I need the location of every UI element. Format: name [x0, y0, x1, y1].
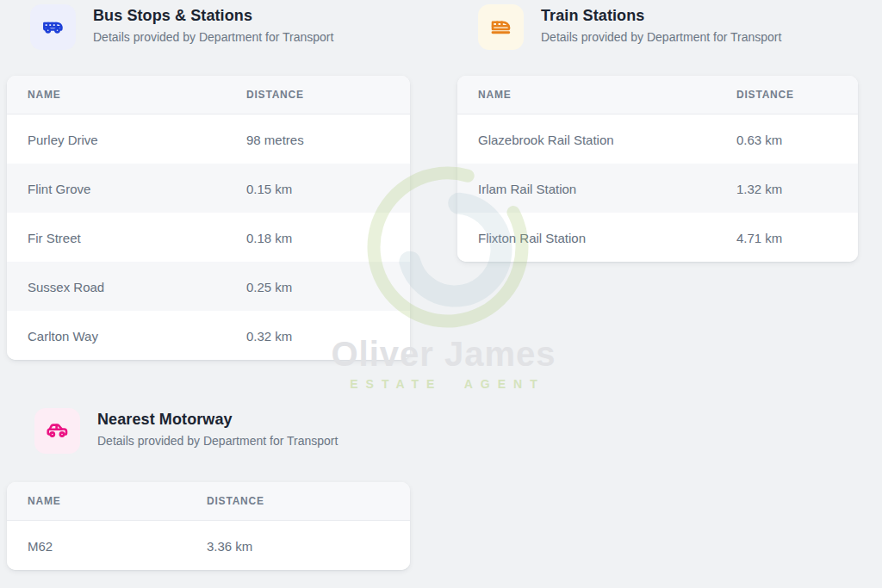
- table-row: Purley Drive 98 metres: [7, 115, 410, 164]
- column-header-distance: DISTANCE: [736, 89, 794, 101]
- bus-section-header: Bus Stops & Stations Details provided by…: [30, 4, 333, 50]
- section-subtitle: Details provided by Department for Trans…: [93, 30, 333, 44]
- motorway-name: M62: [28, 538, 53, 553]
- bus-stops-table: NAME DISTANCE Purley Drive 98 metres Fli…: [7, 76, 410, 360]
- column-header-distance: DISTANCE: [246, 89, 304, 101]
- stop-distance: 0.32 km: [246, 328, 292, 343]
- stop-distance: 0.15 km: [246, 181, 292, 195]
- station-distance: 4.71 km: [736, 230, 782, 244]
- table-row: Sussex Road 0.25 km: [7, 262, 410, 311]
- section-subtitle: Details provided by Department for Trans…: [541, 30, 781, 44]
- table-body: M62 3.36 km: [7, 521, 410, 570]
- station-distance: 0.63 km: [736, 132, 782, 146]
- column-header-name: NAME: [28, 89, 61, 101]
- stop-name: Purley Drive: [28, 132, 98, 146]
- motorway-table: NAME DISTANCE M62 3.36 km: [7, 482, 410, 570]
- motorway-section-header: Nearest Motorway Details provided by Dep…: [34, 408, 338, 454]
- motorway-distance: 3.36 km: [207, 538, 252, 553]
- table-header-row: NAME DISTANCE: [7, 76, 410, 115]
- train-stations-table: NAME DISTANCE Glazebrook Rail Station 0.…: [457, 76, 858, 262]
- table-row: Glazebrook Rail Station 0.63 km: [457, 115, 858, 164]
- section-title: Train Stations: [541, 7, 781, 25]
- table-row: Fir Street 0.18 km: [7, 213, 410, 262]
- stop-name: Flint Grove: [28, 181, 90, 195]
- station-name: Glazebrook Rail Station: [478, 132, 614, 146]
- section-title: Bus Stops & Stations: [93, 7, 333, 25]
- stop-name: Sussex Road: [28, 279, 104, 294]
- stop-name: Carlton Way: [28, 328, 98, 343]
- column-header-name: NAME: [478, 89, 512, 101]
- stop-distance: 0.18 km: [246, 230, 292, 244]
- station-distance: 1.32 km: [736, 181, 782, 195]
- table-body: Glazebrook Rail Station 0.63 km Irlam Ra…: [457, 115, 858, 262]
- transport-details-page: Bus Stops & Stations Details provided by…: [0, 0, 882, 588]
- stop-distance: 0.25 km: [246, 279, 292, 294]
- station-name: Irlam Rail Station: [478, 181, 576, 195]
- table-row: M62 3.36 km: [7, 521, 410, 570]
- table-row: Flixton Rail Station 4.71 km: [457, 213, 858, 262]
- stop-name: Fir Street: [28, 230, 81, 244]
- car-icon: [34, 408, 80, 454]
- train-section-header: Train Stations Details provided by Depar…: [478, 4, 781, 50]
- table-header-row: NAME DISTANCE: [457, 76, 858, 115]
- table-row: Irlam Rail Station 1.32 km: [457, 164, 858, 213]
- train-icon: [478, 4, 524, 50]
- table-body: Purley Drive 98 metres Flint Grove 0.15 …: [7, 115, 410, 360]
- table-row: Carlton Way 0.32 km: [7, 311, 410, 360]
- table-row: Flint Grove 0.15 km: [7, 164, 410, 213]
- table-header-row: NAME DISTANCE: [7, 482, 410, 521]
- bus-icon: [30, 4, 76, 50]
- watermark-tagline-text: ESTATE AGENT: [314, 378, 573, 390]
- station-name: Flixton Rail Station: [478, 230, 586, 244]
- stop-distance: 98 metres: [246, 132, 304, 146]
- column-header-name: NAME: [28, 495, 61, 507]
- section-subtitle: Details provided by Department for Trans…: [97, 434, 338, 448]
- column-header-distance: DISTANCE: [207, 495, 264, 507]
- section-title: Nearest Motorway: [97, 411, 338, 429]
